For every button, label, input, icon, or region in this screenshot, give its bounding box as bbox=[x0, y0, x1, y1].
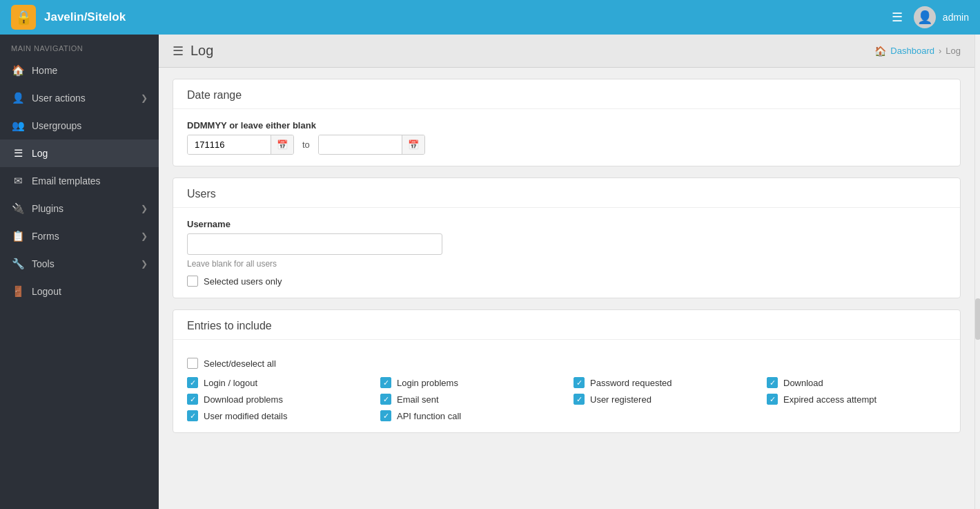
date-range-title: Date range bbox=[173, 79, 960, 109]
sidebar-item-user-actions[interactable]: 👤 User actions ❯ bbox=[0, 84, 159, 112]
entry-label-expired-access: Expired access attempt bbox=[783, 394, 876, 405]
entry-checkbox-expired-access[interactable]: ✓ bbox=[767, 394, 778, 405]
page-icon: ☰ bbox=[173, 44, 184, 59]
entry-item-login-problems: ✓Login problems bbox=[380, 377, 560, 388]
username-input[interactable] bbox=[187, 233, 442, 255]
topbar-right: 👤 admin bbox=[914, 6, 969, 28]
entry-checkbox-password-requested[interactable]: ✓ bbox=[574, 377, 585, 388]
plugin-icon: 🔌 bbox=[11, 202, 25, 215]
entry-item-download-problems: ✓Download problems bbox=[187, 394, 366, 405]
user-icon: 👤 bbox=[11, 92, 25, 104]
page-header-left: ☰ Log bbox=[173, 43, 213, 59]
scrollbar-thumb[interactable] bbox=[975, 298, 980, 340]
entry-item-download: ✓Download bbox=[767, 377, 946, 388]
entry-checkbox-email-sent[interactable]: ✓ bbox=[380, 394, 391, 405]
entry-label-email-sent: Email sent bbox=[397, 394, 439, 405]
entry-label-api-function: API function call bbox=[397, 411, 461, 421]
entries-section: Entries to include Select/deselect all ✓… bbox=[173, 309, 961, 433]
entry-label-user-registered: User registered bbox=[590, 394, 651, 405]
entry-checkbox-login-logout[interactable]: ✓ bbox=[187, 377, 198, 388]
date-from-input[interactable] bbox=[188, 135, 271, 154]
page-header: ☰ Log 🏠 Dashboard › Log bbox=[159, 35, 974, 68]
layout: MAIN NAVIGATION 🏠 Home 👤 User actions ❯ … bbox=[0, 35, 980, 509]
tools-icon: 🔧 bbox=[11, 258, 25, 270]
entry-item-password-requested: ✓Password requested bbox=[574, 377, 753, 388]
selected-users-checkbox[interactable] bbox=[187, 276, 198, 287]
date-range-section: Date range DDMMYY or leave either blank … bbox=[173, 79, 961, 166]
sidebar-item-logout[interactable]: 🚪 Logout bbox=[0, 278, 159, 305]
sidebar-label-user-actions: User actions bbox=[32, 93, 86, 104]
entry-item-email-sent: ✓Email sent bbox=[380, 394, 560, 405]
select-all-checkbox[interactable] bbox=[187, 358, 198, 369]
entry-checkbox-api-function[interactable]: ✓ bbox=[380, 410, 391, 421]
breadcrumb-sep: › bbox=[939, 46, 941, 56]
home-icon: 🏠 bbox=[11, 64, 25, 77]
sidebar-label-logout: Logout bbox=[32, 286, 61, 297]
entry-checkbox-download-problems[interactable]: ✓ bbox=[187, 394, 198, 405]
chevron-right-icon-plugins: ❯ bbox=[141, 204, 148, 213]
breadcrumb-current: Log bbox=[945, 46, 961, 56]
date-to-wrap: 📅 bbox=[318, 135, 425, 155]
chevron-right-icon: ❯ bbox=[141, 93, 148, 103]
forms-icon: 📋 bbox=[11, 230, 25, 242]
page-title: Log bbox=[190, 43, 213, 59]
sidebar-label-plugins: Plugins bbox=[32, 203, 63, 214]
selected-users-row: Selected users only bbox=[187, 276, 946, 287]
sidebar-item-home[interactable]: 🏠 Home bbox=[0, 57, 159, 84]
date-to-calendar-icon[interactable]: 📅 bbox=[402, 135, 424, 154]
date-from-calendar-icon[interactable]: 📅 bbox=[271, 135, 293, 154]
users-body: Username Leave blank for all users Selec… bbox=[173, 208, 960, 298]
sidebar-label-tools: Tools bbox=[32, 258, 55, 269]
sidebar: MAIN NAVIGATION 🏠 Home 👤 User actions ❯ … bbox=[0, 35, 159, 509]
date-to-input[interactable] bbox=[319, 135, 402, 154]
entry-checkbox-user-modified[interactable]: ✓ bbox=[187, 410, 198, 421]
users-title: Users bbox=[173, 178, 960, 208]
username-hint: Leave blank for all users bbox=[187, 259, 946, 269]
sidebar-label-home: Home bbox=[32, 65, 57, 76]
entries-title: Entries to include bbox=[173, 310, 960, 340]
entries-body: Select/deselect all ✓Login / logout✓Logi… bbox=[173, 340, 960, 432]
username-label: Username bbox=[187, 219, 946, 229]
entry-label-download: Download bbox=[783, 378, 823, 388]
nav-label: MAIN NAVIGATION bbox=[0, 35, 159, 57]
entry-checkbox-login-problems[interactable]: ✓ bbox=[380, 377, 391, 388]
entry-label-login-logout: Login / logout bbox=[204, 378, 257, 388]
entry-item-user-modified: ✓User modified details bbox=[187, 410, 366, 421]
chevron-right-icon-forms: ❯ bbox=[141, 231, 148, 241]
entry-checkbox-download[interactable]: ✓ bbox=[767, 377, 778, 388]
entry-checkbox-user-registered[interactable]: ✓ bbox=[574, 394, 585, 405]
entry-item-user-registered: ✓User registered bbox=[574, 394, 753, 405]
entry-label-user-modified: User modified details bbox=[204, 411, 287, 421]
scrollbar[interactable] bbox=[974, 35, 980, 509]
date-to-label: to bbox=[300, 140, 313, 150]
entry-label-password-requested: Password requested bbox=[590, 378, 672, 388]
breadcrumb: 🏠 Dashboard › Log bbox=[874, 46, 961, 57]
app-title: Javelin/Sitelok bbox=[44, 10, 126, 24]
logout-icon: 🚪 bbox=[11, 285, 25, 298]
sidebar-item-plugins[interactable]: 🔌 Plugins ❯ bbox=[0, 195, 159, 222]
avatar: 👤 bbox=[914, 6, 936, 28]
breadcrumb-dashboard[interactable]: Dashboard bbox=[890, 46, 934, 56]
users-section: Users Username Leave blank for all users… bbox=[173, 177, 961, 298]
sidebar-item-email-templates[interactable]: ✉ Email templates bbox=[0, 167, 159, 195]
sidebar-item-log[interactable]: ☰ Log bbox=[0, 140, 159, 167]
topbar: 🔒 Javelin/Sitelok ☰ 👤 admin bbox=[0, 0, 980, 35]
date-row: 📅 to 📅 bbox=[187, 135, 946, 155]
select-all-label: Select/deselect all bbox=[204, 358, 276, 369]
menu-toggle-icon[interactable]: ☰ bbox=[892, 10, 903, 25]
breadcrumb-icon: 🏠 bbox=[874, 46, 886, 57]
entries-grid: ✓Login / logout✓Login problems✓Password … bbox=[187, 377, 946, 421]
sidebar-item-usergroups[interactable]: 👥 Usergroups bbox=[0, 112, 159, 140]
email-icon: ✉ bbox=[11, 175, 25, 187]
app-logo: 🔒 bbox=[11, 5, 36, 30]
sidebar-item-forms[interactable]: 📋 Forms ❯ bbox=[0, 222, 159, 250]
entry-item-login-logout: ✓Login / logout bbox=[187, 377, 366, 388]
admin-label: admin bbox=[943, 12, 969, 23]
chevron-right-icon-tools: ❯ bbox=[141, 259, 148, 269]
sidebar-item-tools[interactable]: 🔧 Tools ❯ bbox=[0, 250, 159, 278]
date-from-wrap: 📅 bbox=[187, 135, 294, 155]
log-icon: ☰ bbox=[11, 147, 25, 160]
date-range-body: DDMMYY or leave either blank 📅 to 📅 bbox=[173, 109, 960, 166]
selected-users-label: Selected users only bbox=[204, 276, 282, 287]
entry-item-api-function: ✓API function call bbox=[380, 410, 560, 421]
